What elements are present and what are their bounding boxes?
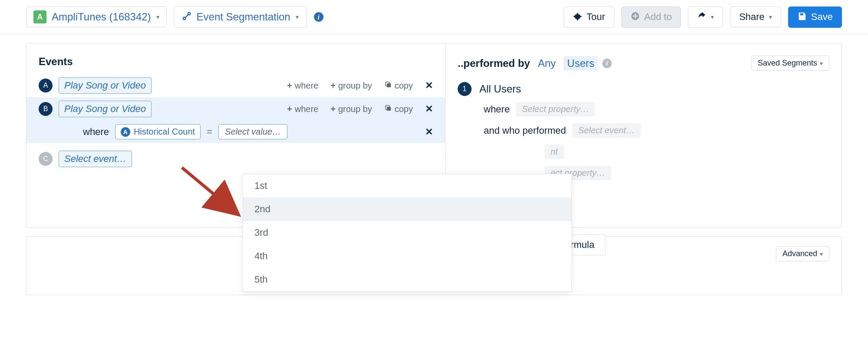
users-selector[interactable]: Users (564, 56, 598, 71)
copy-icon (384, 81, 392, 91)
event-letter-a: A (39, 79, 53, 92)
event-row-actions: +where +group by copy ✕ (287, 80, 433, 91)
dropdown-item-5th[interactable]: 5th (243, 268, 571, 291)
app-badge: A (33, 10, 46, 23)
event-row-c: C Select event… (26, 143, 445, 171)
chart-type-selector[interactable]: Event Segmentation ▾ (174, 6, 307, 28)
copy-action[interactable]: copy (384, 103, 413, 115)
info-icon[interactable]: i (602, 59, 612, 68)
plus-icon: + (287, 81, 292, 91)
partial-chip-nt[interactable]: nt (545, 145, 564, 159)
chevron-down-icon: ▾ (820, 251, 823, 257)
event-chip-b[interactable]: Play Song or Video (59, 101, 152, 117)
copy-icon (384, 104, 392, 114)
remove-event-b[interactable]: ✕ (425, 103, 433, 115)
and-who-performed-label: and who performed (484, 125, 566, 136)
select-property-placeholder[interactable]: Select property… (516, 102, 595, 116)
save-label: Save (811, 11, 833, 23)
app-selector[interactable]: A AmpliTunes (168342) ▾ (26, 7, 167, 27)
chevron-down-icon: ▾ (156, 13, 159, 20)
svg-line-2 (185, 14, 188, 17)
chart-type-label: Event Segmentation (197, 11, 290, 23)
save-button[interactable]: Save (788, 7, 842, 28)
property-chip-historical-count[interactable]: A Historical Count (115, 124, 201, 139)
where-action[interactable]: +where (287, 80, 318, 91)
where-clause-row: where A Historical Count = Select value…… (26, 121, 445, 143)
add-to-label: Add to (644, 11, 672, 23)
plus-circle-icon (630, 11, 640, 23)
remove-event-a[interactable]: ✕ (425, 80, 433, 91)
app-label: AmpliTunes (168342) (52, 11, 151, 23)
performed-by-label: ..performed by (458, 57, 530, 69)
where-label: where (484, 104, 510, 115)
tour-button[interactable]: Tour (564, 7, 614, 28)
select-event-placeholder[interactable]: Select event… (572, 123, 641, 138)
tour-label: Tour (587, 11, 605, 23)
share-arrow-icon (697, 11, 706, 23)
save-icon (797, 11, 807, 23)
dropdown-item-4th[interactable]: 4th (243, 244, 571, 268)
segment-title: All Users (479, 83, 521, 95)
event-chip-a[interactable]: Play Song or Video (59, 77, 152, 94)
value-dropdown: 1st 2nd 3rd 4th 5th (243, 174, 572, 292)
segment-number: 1 (458, 82, 472, 96)
amplitude-icon: A (121, 127, 130, 137)
plus-icon: + (330, 81, 336, 91)
segmentation-icon (182, 11, 191, 23)
top-toolbar: A AmpliTunes (168342) ▾ Event Segmentati… (0, 0, 868, 34)
share-button[interactable]: Share ▾ (730, 7, 781, 27)
where-label: where (83, 126, 109, 138)
groupby-action[interactable]: +group by (330, 80, 372, 91)
event-chip-c-placeholder[interactable]: Select event… (59, 151, 132, 167)
copy-action[interactable]: copy (384, 80, 413, 91)
event-row-a: A Play Song or Video +where +group by co… (26, 74, 445, 97)
dropdown-item-3rd[interactable]: 3rd (243, 221, 571, 244)
events-heading: Events (26, 56, 445, 74)
chevron-down-icon: ▾ (769, 13, 772, 20)
share-label: Share (739, 11, 765, 23)
remove-where[interactable]: ✕ (425, 126, 433, 138)
where-action[interactable]: +where (287, 103, 318, 115)
event-letter-c: C (39, 152, 53, 166)
info-icon[interactable]: i (314, 12, 323, 22)
segment-block-1: 1 All Users where Select property… and w… (458, 71, 829, 184)
event-row-b: B Play Song or Video +where +group by co… (26, 97, 445, 121)
dropdown-item-2nd[interactable]: 2nd (243, 198, 571, 221)
main-row: Events A Play Song or Video +where +grou… (0, 34, 868, 227)
export-button[interactable]: ▾ (688, 7, 723, 28)
any-selector[interactable]: Any (535, 56, 559, 71)
events-panel: Events A Play Song or Video +where +grou… (26, 43, 446, 227)
event-row-actions: +where +group by copy ✕ (287, 103, 433, 115)
groupby-action[interactable]: +group by (330, 103, 372, 115)
chevron-down-icon: ▾ (711, 13, 714, 20)
svg-rect-4 (387, 83, 391, 87)
plus-icon: + (330, 104, 336, 114)
chevron-down-icon: ▾ (296, 13, 299, 20)
event-letter-b: B (39, 102, 53, 116)
add-to-button: Add to (621, 7, 681, 28)
annotation-arrow (178, 163, 247, 224)
svg-rect-6 (387, 107, 391, 111)
puzzle-icon (573, 11, 582, 23)
dropdown-item-1st[interactable]: 1st (243, 174, 571, 198)
plus-icon: + (287, 104, 292, 114)
value-selector[interactable]: Select value… (218, 124, 287, 139)
equals-operator[interactable]: = (207, 126, 212, 138)
chevron-down-icon: ▾ (820, 60, 823, 67)
advanced-button[interactable]: Advanced ▾ (776, 246, 829, 261)
saved-segments-button[interactable]: Saved Segments ▾ (751, 56, 829, 71)
